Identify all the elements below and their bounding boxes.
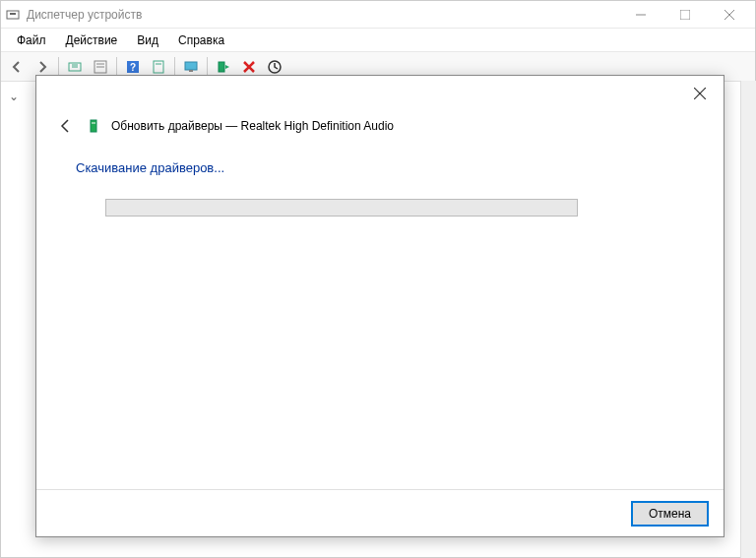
maximize-button[interactable] <box>662 1 707 29</box>
back-icon[interactable] <box>5 55 29 79</box>
menu-view[interactable]: Вид <box>129 31 166 49</box>
tree-collapse-icon[interactable]: ⌄ <box>9 90 21 103</box>
dialog-title-row: Обновить драйверы — Realtek High Definit… <box>36 111 724 141</box>
titlebar: Диспетчер устройств <box>1 1 755 29</box>
dialog-title: Обновить драйверы — Realtek High Definit… <box>111 119 394 133</box>
toolbar-separator <box>207 57 208 77</box>
svg-rect-1 <box>10 13 16 15</box>
cancel-button[interactable]: Отмена <box>632 502 708 526</box>
close-button[interactable] <box>707 1 751 29</box>
dialog-close-button[interactable] <box>684 80 716 107</box>
svg-rect-25 <box>92 122 95 124</box>
app-icon <box>5 7 21 23</box>
svg-rect-14 <box>154 61 163 73</box>
dialog-header <box>36 76 724 111</box>
menubar: Файл Действие Вид Справка <box>1 29 755 52</box>
scrollbar[interactable] <box>740 81 756 558</box>
window-title: Диспетчер устройств <box>27 8 618 22</box>
update-driver-dialog: Обновить драйверы — Realtek High Definit… <box>35 75 724 537</box>
svg-rect-17 <box>189 70 193 72</box>
progress-bar <box>105 199 578 217</box>
back-arrow-icon[interactable] <box>56 116 76 136</box>
toolbar-separator <box>58 57 59 77</box>
toolbar-separator <box>116 57 117 77</box>
svg-rect-18 <box>219 62 224 72</box>
dialog-body: Скачивание драйверов... <box>36 141 724 489</box>
minimize-button[interactable] <box>618 1 662 29</box>
dialog-footer: Отмена <box>36 489 724 536</box>
svg-rect-3 <box>680 10 690 20</box>
svg-rect-24 <box>91 120 96 132</box>
menu-file[interactable]: Файл <box>9 31 54 49</box>
device-icon <box>86 118 101 134</box>
svg-rect-16 <box>185 62 197 70</box>
menu-action[interactable]: Действие <box>58 31 126 49</box>
window-controls <box>618 1 751 29</box>
menu-help[interactable]: Справка <box>170 31 232 49</box>
svg-text:?: ? <box>130 62 136 73</box>
toolbar-separator <box>174 57 175 77</box>
download-status: Скачивание драйверов... <box>76 160 684 175</box>
